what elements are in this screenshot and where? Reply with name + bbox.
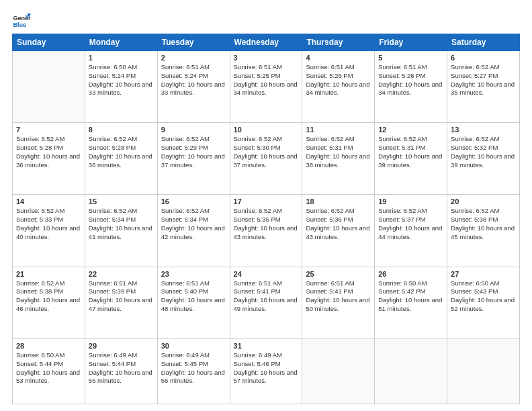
day-number: 23 — [161, 270, 226, 278]
cell-details: Sunrise: 6:51 AMSunset: 5:41 PMDaylight:… — [306, 279, 371, 314]
day-number: 30 — [161, 342, 226, 350]
cell-details: Sunrise: 6:51 AMSunset: 5:41 PMDaylight:… — [234, 279, 299, 314]
calendar-cell — [13, 51, 85, 123]
day-number: 1 — [89, 54, 154, 62]
calendar-cell: 3Sunrise: 6:51 AMSunset: 5:25 PMDaylight… — [230, 51, 302, 123]
cell-details: Sunrise: 6:49 AMSunset: 5:45 PMDaylight:… — [161, 351, 226, 385]
calendar-cell: 9Sunrise: 6:52 AMSunset: 5:29 PMDaylight… — [157, 123, 230, 195]
day-number: 22 — [89, 270, 154, 278]
day-number: 13 — [451, 126, 516, 134]
day-number: 3 — [234, 54, 299, 62]
day-number: 6 — [451, 54, 516, 62]
calendar-cell: 18Sunrise: 6:52 AMSunset: 5:36 PMDayligh… — [302, 195, 375, 267]
calendar-cell: 22Sunrise: 6:51 AMSunset: 5:39 PMDayligh… — [85, 267, 157, 338]
calendar-cell: 11Sunrise: 6:52 AMSunset: 5:31 PMDayligh… — [302, 123, 375, 195]
cell-details: Sunrise: 6:51 AMSunset: 5:26 PMDaylight:… — [378, 63, 443, 97]
calendar-cell: 24Sunrise: 6:51 AMSunset: 5:41 PMDayligh… — [230, 267, 302, 338]
calendar-page: General Blue SundayMondayTuesdayWednesda… — [0, 0, 532, 411]
cell-details: Sunrise: 6:49 AMSunset: 5:46 PMDaylight:… — [234, 351, 299, 385]
calendar-cell — [302, 338, 375, 404]
cell-details: Sunrise: 6:51 AMSunset: 5:25 PMDaylight:… — [234, 63, 299, 97]
calendar-cell: 31Sunrise: 6:49 AMSunset: 5:46 PMDayligh… — [230, 338, 302, 404]
cell-details: Sunrise: 6:52 AMSunset: 5:28 PMDaylight:… — [89, 135, 154, 169]
day-number: 5 — [378, 54, 443, 62]
weekday-header-thursday: Thursday — [302, 34, 375, 51]
cell-details: Sunrise: 6:52 AMSunset: 5:32 PMDaylight:… — [451, 135, 516, 169]
weekday-header-tuesday: Tuesday — [157, 34, 230, 51]
weekday-header-monday: Monday — [85, 34, 157, 51]
calendar-cell: 23Sunrise: 6:51 AMSunset: 5:40 PMDayligh… — [157, 267, 230, 338]
day-number: 14 — [16, 197, 81, 205]
calendar-cell: 10Sunrise: 6:52 AMSunset: 5:30 PMDayligh… — [230, 123, 302, 195]
logo-icon: General Blue — [12, 11, 31, 30]
cell-details: Sunrise: 6:51 AMSunset: 5:26 PMDaylight:… — [306, 63, 371, 97]
cell-details: Sunrise: 6:52 AMSunset: 5:35 PMDaylight:… — [234, 207, 299, 241]
day-number: 28 — [16, 342, 81, 350]
cell-details: Sunrise: 6:52 AMSunset: 5:33 PMDaylight:… — [16, 207, 81, 241]
day-number: 7 — [16, 126, 81, 134]
cell-details: Sunrise: 6:50 AMSunset: 5:42 PMDaylight:… — [378, 279, 443, 314]
calendar-cell: 20Sunrise: 6:52 AMSunset: 5:38 PMDayligh… — [447, 195, 520, 267]
day-number: 9 — [161, 126, 226, 134]
calendar-cell: 8Sunrise: 6:52 AMSunset: 5:28 PMDaylight… — [85, 123, 157, 195]
cell-details: Sunrise: 6:50 AMSunset: 5:43 PMDaylight:… — [451, 279, 516, 314]
day-number: 8 — [89, 126, 154, 134]
cell-details: Sunrise: 6:52 AMSunset: 5:27 PMDaylight:… — [451, 63, 516, 97]
cell-details: Sunrise: 6:51 AMSunset: 5:39 PMDaylight:… — [89, 279, 154, 314]
day-number: 10 — [234, 126, 299, 134]
day-number: 29 — [89, 342, 154, 350]
day-number: 27 — [451, 270, 516, 278]
cell-details: Sunrise: 6:49 AMSunset: 5:44 PMDaylight:… — [89, 351, 154, 385]
cell-details: Sunrise: 6:51 AMSunset: 5:40 PMDaylight:… — [161, 279, 226, 314]
calendar-week-row: 21Sunrise: 6:52 AMSunset: 5:38 PMDayligh… — [13, 267, 520, 338]
weekday-header-row: SundayMondayTuesdayWednesdayThursdayFrid… — [13, 34, 520, 51]
calendar-cell: 25Sunrise: 6:51 AMSunset: 5:41 PMDayligh… — [302, 267, 375, 338]
cell-details: Sunrise: 6:52 AMSunset: 5:38 PMDaylight:… — [16, 279, 81, 314]
calendar-cell: 4Sunrise: 6:51 AMSunset: 5:26 PMDaylight… — [302, 51, 375, 123]
cell-details: Sunrise: 6:52 AMSunset: 5:34 PMDaylight:… — [161, 207, 226, 241]
calendar-cell: 5Sunrise: 6:51 AMSunset: 5:26 PMDaylight… — [375, 51, 447, 123]
calendar-cell: 12Sunrise: 6:52 AMSunset: 5:31 PMDayligh… — [375, 123, 447, 195]
day-number: 11 — [306, 126, 371, 134]
day-number: 17 — [234, 197, 299, 205]
calendar-cell: 19Sunrise: 6:52 AMSunset: 5:37 PMDayligh… — [375, 195, 447, 267]
svg-text:Blue: Blue — [13, 21, 26, 28]
cell-details: Sunrise: 6:52 AMSunset: 5:36 PMDaylight:… — [306, 207, 371, 241]
day-number: 20 — [451, 197, 516, 205]
calendar-cell: 13Sunrise: 6:52 AMSunset: 5:32 PMDayligh… — [447, 123, 520, 195]
cell-details: Sunrise: 6:52 AMSunset: 5:29 PMDaylight:… — [161, 135, 226, 169]
weekday-header-saturday: Saturday — [447, 34, 520, 51]
day-number: 2 — [161, 54, 226, 62]
cell-details: Sunrise: 6:52 AMSunset: 5:28 PMDaylight:… — [16, 135, 81, 169]
calendar-week-row: 7Sunrise: 6:52 AMSunset: 5:28 PMDaylight… — [13, 123, 520, 195]
calendar-week-row: 28Sunrise: 6:50 AMSunset: 5:44 PMDayligh… — [13, 338, 520, 404]
weekday-header-friday: Friday — [375, 34, 447, 51]
cell-details: Sunrise: 6:52 AMSunset: 5:38 PMDaylight:… — [451, 207, 516, 241]
calendar-cell: 17Sunrise: 6:52 AMSunset: 5:35 PMDayligh… — [230, 195, 302, 267]
calendar-cell: 14Sunrise: 6:52 AMSunset: 5:33 PMDayligh… — [13, 195, 85, 267]
cell-details: Sunrise: 6:52 AMSunset: 5:31 PMDaylight:… — [378, 135, 443, 169]
calendar-cell: 2Sunrise: 6:51 AMSunset: 5:24 PMDaylight… — [157, 51, 230, 123]
day-number: 24 — [234, 270, 299, 278]
day-number: 25 — [306, 270, 371, 278]
weekday-header-sunday: Sunday — [13, 34, 85, 51]
calendar-table: SundayMondayTuesdayWednesdayThursdayFrid… — [12, 34, 520, 404]
calendar-week-row: 1Sunrise: 6:50 AMSunset: 5:24 PMDaylight… — [13, 51, 520, 123]
calendar-cell: 30Sunrise: 6:49 AMSunset: 5:45 PMDayligh… — [157, 338, 230, 404]
day-number: 18 — [306, 197, 371, 205]
day-number: 12 — [378, 126, 443, 134]
day-number: 4 — [306, 54, 371, 62]
day-number: 16 — [161, 197, 226, 205]
header: General Blue — [12, 11, 520, 30]
calendar-cell: 1Sunrise: 6:50 AMSunset: 5:24 PMDaylight… — [85, 51, 157, 123]
calendar-cell: 27Sunrise: 6:50 AMSunset: 5:43 PMDayligh… — [447, 267, 520, 338]
cell-details: Sunrise: 6:50 AMSunset: 5:44 PMDaylight:… — [16, 351, 81, 385]
calendar-cell — [447, 338, 520, 404]
calendar-cell: 15Sunrise: 6:52 AMSunset: 5:34 PMDayligh… — [85, 195, 157, 267]
cell-details: Sunrise: 6:52 AMSunset: 5:31 PMDaylight:… — [306, 135, 371, 169]
cell-details: Sunrise: 6:52 AMSunset: 5:37 PMDaylight:… — [378, 207, 443, 241]
calendar-cell: 29Sunrise: 6:49 AMSunset: 5:44 PMDayligh… — [85, 338, 157, 404]
cell-details: Sunrise: 6:52 AMSunset: 5:30 PMDaylight:… — [234, 135, 299, 169]
cell-details: Sunrise: 6:52 AMSunset: 5:34 PMDaylight:… — [89, 207, 154, 241]
calendar-cell: 7Sunrise: 6:52 AMSunset: 5:28 PMDaylight… — [13, 123, 85, 195]
